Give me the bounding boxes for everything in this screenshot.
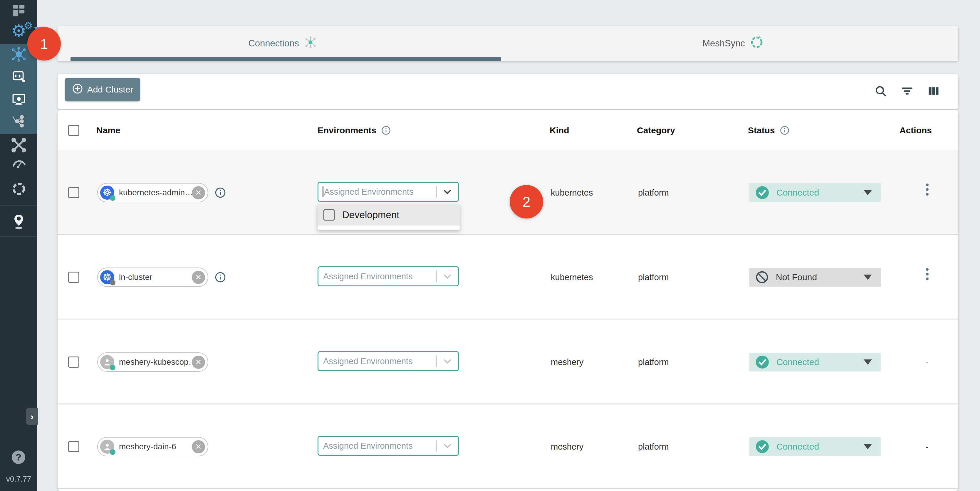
connections-table: Name Environments Kind Category Status A… bbox=[57, 110, 958, 491]
check-circle-icon bbox=[755, 440, 769, 454]
connection-status-dot bbox=[110, 280, 115, 286]
assigned-environments-select[interactable]: Assigned Environments bbox=[318, 436, 459, 456]
sidebar-item-performance[interactable] bbox=[0, 153, 37, 176]
tabs-bar: Connections MeshSync bbox=[57, 26, 958, 61]
person-avatar-icon bbox=[100, 355, 114, 369]
category-cell: platform bbox=[638, 235, 669, 319]
caret-down-icon bbox=[864, 444, 872, 449]
view-columns-button[interactable] bbox=[926, 84, 941, 99]
remove-connection-icon[interactable]: ✕ bbox=[192, 271, 205, 284]
connection-info-icon[interactable] bbox=[215, 271, 226, 283]
sidebar-expand-button[interactable]: › bbox=[26, 408, 38, 424]
assigned-environments-select[interactable]: Assigned Environments bbox=[318, 182, 459, 202]
chevron-down-icon[interactable] bbox=[437, 271, 458, 281]
no-actions-dash: - bbox=[918, 358, 936, 367]
add-cluster-button[interactable]: Add Cluster bbox=[65, 78, 140, 101]
help-button[interactable]: ? bbox=[12, 450, 25, 464]
environments-dropdown-menu: Development bbox=[318, 204, 460, 230]
kubernetes-icon: ☸ bbox=[100, 270, 114, 284]
annotation-step-2-badge: 2 bbox=[510, 185, 543, 218]
person-avatar-icon bbox=[100, 440, 114, 454]
connection-status-dot bbox=[110, 195, 115, 201]
block-icon bbox=[755, 270, 769, 284]
kind-cell: kubernetes bbox=[551, 235, 593, 319]
search-button[interactable] bbox=[873, 84, 888, 99]
connection-name-chip[interactable]: ☸ kubernetes-admin… ✕ bbox=[97, 183, 208, 202]
status-label: Not Found bbox=[776, 272, 864, 282]
tab-meshsync[interactable]: MeshSync bbox=[508, 26, 958, 61]
category-cell: platform bbox=[638, 320, 669, 404]
table-row: meshery-kubescop… ✕ Assigned Environment… bbox=[57, 320, 958, 404]
filter-icon bbox=[900, 84, 914, 99]
sidebar-item-workloads[interactable] bbox=[0, 111, 37, 133]
row-actions-menu-button[interactable] bbox=[918, 268, 936, 280]
remove-connection-icon[interactable]: ✕ bbox=[192, 356, 205, 369]
check-circle-icon bbox=[755, 186, 769, 200]
assigned-environments-select[interactable]: Assigned Environments bbox=[318, 351, 459, 371]
connections-mesh-icon bbox=[11, 47, 26, 63]
tab-connections[interactable]: Connections bbox=[57, 26, 508, 61]
filter-button[interactable] bbox=[900, 84, 914, 99]
connection-info-icon[interactable] bbox=[215, 187, 226, 199]
status-badge-not-found[interactable]: Not Found bbox=[749, 268, 881, 287]
chevron-down-icon[interactable] bbox=[437, 187, 458, 197]
no-actions-dash: - bbox=[918, 442, 936, 452]
connection-name-label: in-cluster bbox=[119, 273, 192, 282]
remove-connection-icon[interactable]: ✕ bbox=[192, 186, 205, 199]
sidebar-item-profile-screen[interactable] bbox=[0, 88, 37, 111]
remove-connection-icon[interactable]: ✕ bbox=[192, 440, 205, 453]
environments-placeholder: Assigned Environments bbox=[324, 187, 436, 197]
kind-cell: meshery bbox=[551, 320, 584, 404]
gauge-icon bbox=[11, 156, 27, 173]
mesh-circle-icon bbox=[11, 181, 26, 198]
row-checkbox[interactable] bbox=[68, 356, 79, 368]
connection-name-chip[interactable]: meshery-kubescop… ✕ bbox=[97, 353, 208, 372]
row-actions-menu-button[interactable] bbox=[918, 184, 936, 195]
column-header-category: Category bbox=[637, 110, 675, 150]
plus-circle-icon bbox=[72, 83, 83, 96]
column-header-status: Status bbox=[748, 126, 775, 135]
table-row: meshery-dain-6 ✕ Assigned Environments m… bbox=[57, 404, 958, 489]
status-badge-connected[interactable]: Connected bbox=[749, 353, 881, 372]
chevron-down-icon[interactable] bbox=[437, 356, 458, 366]
row-checkbox[interactable] bbox=[68, 441, 79, 452]
person-screen-icon bbox=[11, 91, 26, 108]
sidebar-item-dashboard[interactable] bbox=[0, 0, 37, 22]
environment-option-development[interactable]: Development bbox=[318, 204, 460, 226]
connection-status-dot bbox=[110, 449, 115, 455]
caret-down-icon bbox=[864, 275, 872, 280]
category-cell: platform bbox=[638, 150, 669, 235]
status-label: Connected bbox=[776, 442, 864, 452]
check-circle-icon bbox=[755, 355, 769, 369]
connection-name-label: meshery-dain-6 bbox=[119, 442, 192, 451]
column-header-kind: Kind bbox=[550, 110, 569, 150]
row-checkbox[interactable] bbox=[68, 272, 79, 283]
connection-name-label: meshery-kubescop… bbox=[119, 358, 192, 367]
chevron-down-icon[interactable] bbox=[437, 441, 458, 451]
row-checkbox[interactable] bbox=[68, 187, 79, 198]
option-checkbox[interactable] bbox=[323, 210, 335, 221]
caret-down-icon bbox=[864, 359, 872, 365]
status-badge-connected[interactable]: Connected bbox=[749, 183, 881, 202]
search-icon bbox=[874, 84, 888, 99]
active-tab-indicator bbox=[70, 57, 501, 61]
select-all-checkbox[interactable] bbox=[68, 125, 79, 136]
status-badge-connected[interactable]: Connected bbox=[749, 437, 881, 456]
environments-info-icon[interactable] bbox=[381, 126, 391, 135]
app-version: v0.7.77 bbox=[0, 475, 37, 484]
connection-name-chip[interactable]: meshery-dain-6 ✕ bbox=[97, 437, 208, 456]
chevron-right-icon: › bbox=[30, 411, 33, 422]
connections-toolbar: Add Cluster bbox=[57, 74, 958, 109]
status-info-icon[interactable] bbox=[780, 126, 790, 135]
environments-placeholder: Assigned Environments bbox=[323, 441, 436, 451]
kind-cell: meshery bbox=[551, 404, 584, 489]
dashboard-icon bbox=[12, 4, 25, 19]
option-label: Development bbox=[342, 210, 399, 221]
environments-placeholder: Assigned Environments bbox=[323, 356, 436, 366]
sidebar-item-adapters[interactable] bbox=[0, 66, 37, 88]
connection-name-label: kubernetes-admin… bbox=[119, 188, 192, 197]
connection-name-chip[interactable]: ☸ in-cluster ✕ bbox=[97, 267, 208, 287]
sidebar-item-environment-pin[interactable] bbox=[0, 211, 37, 234]
assigned-environments-select[interactable]: Assigned Environments bbox=[318, 266, 459, 286]
sidebar-item-extensions[interactable] bbox=[0, 178, 37, 200]
